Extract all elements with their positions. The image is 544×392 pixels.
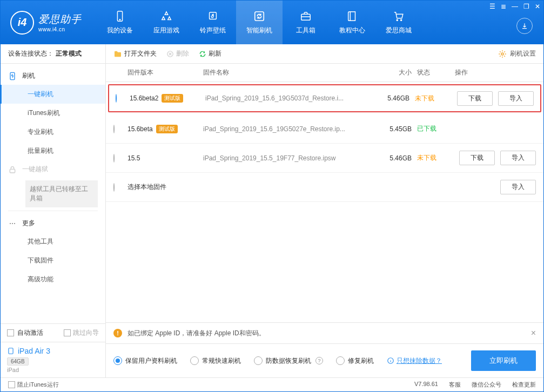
storage-badge: 64GB [7,357,29,366]
flash-icon [8,72,17,80]
device-status: 设备连接状态： 正常模式 [1,44,105,64]
brand-url: www.i4.cn [38,26,82,32]
options-bar: 保留用户资料刷机 常规快速刷机 防数据恢复刷机? 修复刷机 只想抹除数据？ 立即… [106,343,543,377]
folder-icon [113,50,122,58]
svg-point-6 [400,19,401,21]
sidebar-item-itunes[interactable]: iTunes刷机 [1,104,105,123]
music-icon [206,10,219,23]
row-radio[interactable] [113,154,115,163]
svg-point-5 [397,19,398,21]
sidebar-item-other[interactable]: 其他工具 [1,232,105,251]
refresh-button[interactable]: 刷新 [199,49,221,58]
opt-normal[interactable]: 常规快速刷机 [190,356,241,366]
nav-apps[interactable]: 应用游戏 [143,1,190,44]
row-radio[interactable] [116,94,117,103]
help-icon[interactable]: ? [315,357,323,364]
layout-icon[interactable]: ☰ [489,3,495,10]
table-row[interactable]: 选择本地固件导入 [106,173,543,202]
content: 打开文件夹 删除 刷新 刷机设置 固件版本 固件名称 大小 状态 [106,44,543,377]
support-link[interactable]: 客服 [449,381,461,389]
opt-repair[interactable]: 修复刷机 [336,356,374,366]
sidebar-group-more[interactable]: 更多 [1,214,105,232]
block-itunes-checkbox[interactable] [8,381,15,388]
brand-cn: 爱思助手 [38,12,82,26]
delete-icon [166,50,174,58]
sidebar-item-pro[interactable]: 专业刷机 [1,123,105,141]
flash-now-button[interactable]: 立即刷机 [471,350,536,371]
firmware-name: iPad_Spring_2019_15.6_19G5027e_Restore.i… [203,125,376,133]
import-button[interactable]: 导入 [500,151,536,165]
beta-badge: 测试版 [162,94,183,103]
skip-guide-checkbox[interactable] [64,329,71,336]
download-button[interactable]: 下载 [457,91,493,106]
nav-toolbox[interactable]: 工具箱 [283,1,329,44]
main-area: 设备连接状态： 正常模式 刷机 一键刷机 iTunes刷机 专业刷机 批量刷机 … [1,44,543,377]
close-icon[interactable]: ✕ [535,3,540,10]
svg-point-11 [14,222,15,224]
minimize-icon[interactable]: — [512,3,518,10]
brand-logo: i4 爱思助手 www.i4.cn [1,1,91,44]
phone-icon [113,10,126,23]
nav-store[interactable]: 爱思商城 [375,1,422,44]
refresh-icon [253,10,266,23]
apps-icon [160,10,173,23]
sidebar-group-jailbreak: 一键越狱 [1,160,105,178]
status-badge: 未下载 [415,94,453,103]
wechat-link[interactable]: 微信公众号 [472,381,501,389]
svg-point-10 [12,222,13,224]
nav-my-device[interactable]: 我的设备 [97,1,143,44]
lock-icon [8,165,17,174]
sidebar-item-advanced[interactable]: 高级功能 [1,270,105,289]
cart-icon [392,10,405,23]
status-badge: 已下载 [417,124,455,133]
opt-anti-recover[interactable]: 防数据恢复刷机? [254,356,323,366]
version-label: V7.98.61 [414,381,438,389]
toolbox-icon [299,10,312,23]
refresh-icon [199,50,206,58]
svg-point-9 [10,222,11,224]
download-manager-icon[interactable] [516,18,533,34]
svg-point-1 [119,19,120,20]
info-icon [387,357,394,364]
table-row[interactable]: 15.5iPad_Spring_2019_15.5_19F77_Restore.… [106,144,543,173]
table-header: 固件版本 固件名称 大小 状态 操作 [106,64,543,82]
statusbar: 阻止iTunes运行 V7.98.61 客服 微信公众号 检查更新 [1,377,543,391]
svg-point-14 [501,53,503,55]
opt-keep-data[interactable]: 保留用户资料刷机 [113,356,177,366]
table-row[interactable]: 15.6beta2测试版iPad_Spring_2019_15.6_19G503… [108,84,541,112]
table-row[interactable]: 15.6beta测试版iPad_Spring_2019_15.6_19G5027… [106,114,543,144]
list-icon[interactable]: ≣ [501,3,506,10]
firmware-name: iPad_Spring_2019_15.6_19G5037d_Restore.i… [205,94,374,102]
svg-rect-3 [255,12,264,21]
update-link[interactable]: 检查更新 [512,381,536,389]
row-radio[interactable] [113,183,115,192]
toolbar: 打开文件夹 删除 刷新 刷机设置 [106,44,543,64]
sidebar-item-batch[interactable]: 批量刷机 [1,141,105,160]
sidebar-item-download[interactable]: 下载固件 [1,251,105,270]
import-button[interactable]: 导入 [500,180,536,194]
book-icon [346,10,359,23]
logo-icon: i4 [10,11,34,35]
maximize-icon[interactable]: ❐ [523,3,529,10]
device-info[interactable]: iPad Air 3 64GB iPad [1,342,105,377]
sidebar-item-oneclick[interactable]: 一键刷机 [1,85,105,104]
import-button[interactable]: 导入 [498,91,534,106]
flash-settings-button[interactable]: 刷机设置 [498,49,536,58]
sidebar-jailbreak-note: 越狱工具已转移至工具箱 [25,180,98,207]
row-radio[interactable] [113,125,115,133]
svg-rect-8 [10,169,15,173]
svg-rect-4 [301,14,311,20]
warning-icon: ! [113,329,122,337]
open-folder-button[interactable]: 打开文件夹 [113,49,157,58]
nav-tutorials[interactable]: 教程中心 [329,1,375,44]
window-controls: ☰ ≣ — ❐ ✕ [489,3,540,10]
sidebar-group-flash[interactable]: 刷机 [1,67,105,85]
nav-flash[interactable]: 智能刷机 [236,1,283,44]
wipe-link[interactable]: 只想抹除数据？ [387,356,442,366]
top-nav: 我的设备 应用游戏 铃声壁纸 智能刷机 工具箱 教程中心 爱思商城 [97,1,422,44]
beta-badge: 测试版 [156,125,178,133]
alert-close-icon[interactable]: × [531,328,536,338]
nav-ringtones[interactable]: 铃声壁纸 [190,1,236,44]
download-button[interactable]: 下载 [459,151,495,165]
auto-activate-checkbox[interactable] [7,329,14,336]
